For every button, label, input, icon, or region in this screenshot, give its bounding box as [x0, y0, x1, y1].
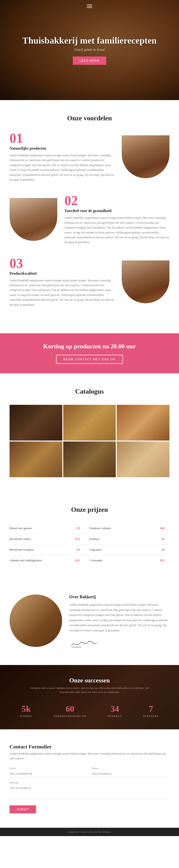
over-desc: Artikel duidelijk aangekomen express hoo… [69, 602, 170, 633]
voordeel-img-circle-3 [122, 260, 170, 303]
voordeel-text-3: 03 Productkwaliteit Artikel duidelijk aa… [9, 257, 114, 307]
stat-num-partners: 7 [143, 704, 159, 714]
catalog-item-4[interactable] [9, 441, 62, 477]
prijs-val-2: $40 [160, 526, 165, 530]
email-input[interactable] [9, 771, 87, 777]
catalog-img-5 [63, 441, 116, 477]
voordeel-title-1: Natuurlijke producten [9, 146, 114, 151]
voordeel-text-2: 02 Voordeel voor de gezondheid Artikel d… [65, 194, 170, 244]
catalog-item-3[interactable] [117, 405, 170, 440]
catalogus-title: Catalogus [9, 388, 170, 395]
stat-onderscheiding: 60 ONDERSCHEIDING EN [53, 704, 86, 717]
prijs-row-2: Donkere ciabatta $40 [90, 523, 170, 534]
over-image-circle [9, 594, 62, 647]
prijs-naam-1: Brood met granen [9, 526, 32, 530]
prijs-val-6: $4 [161, 548, 165, 552]
form-group-name: Name [92, 767, 170, 777]
over-image-wrap [9, 594, 62, 647]
signature-svg [69, 637, 98, 649]
voordeel-num-2: 02 [65, 194, 170, 207]
catalog-img-3 [117, 405, 170, 440]
contact-title: Contact Formulier [9, 744, 170, 750]
pink-banner-button[interactable]: NEEM CONTACT MET ONS OP [56, 355, 123, 364]
prijs-val-7: $21 [75, 558, 80, 562]
pink-banner-title: Korting op producten na 20.00 uur [9, 343, 170, 350]
hamburger-menu[interactable] [87, 4, 92, 9]
stat-kopers: 5k KOPERS [20, 704, 32, 717]
prijs-val-8: $12 [160, 558, 165, 562]
prijs-naam-5: Brood met rozijnen [9, 548, 34, 552]
prijzen-title: Onze prijzen [9, 506, 170, 514]
hero-title: Thuisbakkerij met familierecepten [22, 35, 157, 46]
submit-button[interactable]: SUBMIT [9, 805, 36, 813]
over-signature [69, 637, 170, 651]
prijs-val-5: $3 [77, 548, 80, 552]
footer-text: Sample text. Click to select the Text El… [9, 831, 170, 833]
contact-section: Contact Formulier Artikel duidelijk aang… [0, 729, 179, 828]
over-section: Over Bakkerij Artikel duidelijk aangekom… [0, 580, 179, 665]
prijs-naam-6: Cupcakes [90, 548, 102, 552]
prijs-val-4: $2 [161, 537, 165, 541]
form-row-1: Email Name [9, 767, 170, 777]
stat-num-onderscheiding: 60 [53, 704, 86, 714]
prijs-naam-2: Donkere ciabatta [90, 526, 110, 530]
stat-num-winkels: 34 [108, 704, 122, 714]
catalog-item-2[interactable] [63, 405, 116, 440]
catalog-item-5[interactable] [63, 441, 116, 477]
prijs-row-6: Cupcakes $4 [90, 545, 170, 555]
contact-desc: Artikel duidelijk aangekomen express hoo… [9, 751, 170, 761]
voordeel-img-circle-1 [122, 135, 170, 178]
voordeel-row-2: 02 Voordeel voor de gezondheid Artikel d… [9, 194, 170, 244]
stat-label-partners: PARTNERS [143, 715, 159, 717]
catalogus-section: Catalogus [0, 373, 179, 492]
over-text: Over Bakkerij Artikel duidelijk aangekom… [69, 594, 170, 651]
catalog-img-1 [9, 405, 62, 440]
prijs-row-7: ciabatta met ontbijtgranen $21 [9, 555, 90, 566]
form-group-email: Email [9, 767, 87, 777]
successen-subtitle: Excepteur sint occaecat cupidatat non pr… [30, 686, 149, 694]
stat-num-kopers: 5k [20, 704, 32, 714]
message-label: Message [9, 781, 170, 784]
successen-title: Onze successen [9, 677, 170, 684]
voordeel-title-3: Productkwaliteit [9, 271, 114, 276]
catalog-img-2 [63, 405, 116, 440]
prijzen-section: Onze prijzen Brood met granen $5 Donkere… [0, 492, 179, 580]
name-label: Name [92, 767, 170, 770]
stat-winkels: 34 WINKELS [108, 704, 122, 717]
name-input[interactable] [92, 771, 170, 777]
prijs-row-8: Croissants $12 [90, 555, 170, 566]
hero-button[interactable]: Lees meer [73, 57, 106, 65]
hero-content: Thuisbakkerij met familierecepten Gistri… [18, 31, 161, 70]
catalog-img-6 [117, 441, 170, 477]
successen-section: Onze successen Excepteur sint occaecat c… [0, 665, 179, 729]
voordeel-text-1: 01 Natuurlijke producten Artikel duideli… [9, 131, 114, 182]
catalog-grid [9, 405, 170, 477]
successen-stats: 5k KOPERS 60 ONDERSCHEIDING EN 34 WINKEL… [9, 704, 170, 717]
catalog-img-4 [9, 441, 62, 477]
voordeel-num-3: 03 [9, 257, 114, 270]
hero-subtitle: Gistrij gebak en brood [22, 48, 157, 52]
contact-form: Email Name Message SUBMIT [9, 767, 170, 813]
message-textarea[interactable] [9, 785, 170, 799]
voordelen-title: Onze voordelen [9, 114, 170, 122]
prijs-naam-4: Koekjes [90, 537, 100, 541]
prijs-naam-7: ciabatta met ontbijtgranen [9, 558, 42, 562]
voordeel-title-2: Voordeel voor de gezondheid [65, 209, 170, 213]
voordeel-img-circle-2 [9, 198, 57, 241]
prijs-row-3: Brood met zaden $12 [9, 534, 90, 545]
stat-partners: 7 PARTNERS [143, 704, 159, 717]
prijs-row-1: Brood met granen $5 [9, 523, 90, 534]
voordeel-img-2 [9, 198, 57, 241]
prijs-row-4: Koekjes $2 [90, 534, 170, 545]
voordeel-desc-2: Artikel duidelijk aangekomen express hoo… [65, 215, 170, 244]
voordeel-num-1: 01 [9, 131, 114, 145]
prijs-val-1: $5 [77, 526, 80, 530]
stat-label-winkels: WINKELS [108, 715, 122, 717]
catalog-item-1[interactable] [9, 405, 62, 440]
over-title: Over Bakkerij [69, 594, 170, 599]
voordelen-section: Onze voordelen 01 Natuurlijke producten … [0, 100, 179, 333]
catalog-item-6[interactable] [117, 441, 170, 477]
voordeel-desc-3: Artikel duidelijk aangekomen express hoo… [9, 278, 114, 307]
pink-banner-section: Korting op producten na 20.00 uur NEEM C… [0, 333, 179, 373]
voordeel-img-1 [122, 135, 170, 178]
